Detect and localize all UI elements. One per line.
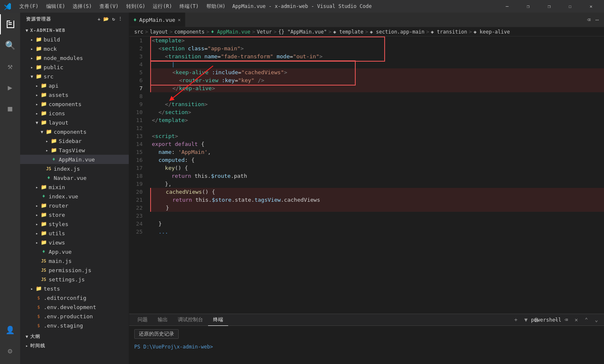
folder-sidebar[interactable]: ▸ 📁 Sidebar [20, 136, 129, 146]
folder-views[interactable]: ▸ 📁 views [20, 238, 129, 247]
panel-add-icon[interactable]: + [512, 316, 520, 324]
project-root[interactable]: ▼ X-ADMIN-WEB [20, 26, 129, 35]
maximize-button[interactable]: ❒ [539, 0, 559, 13]
folder-utils[interactable]: ▸ 📁 utils [20, 229, 129, 238]
extensions-icon[interactable]: ■ [0, 98, 20, 118]
file-indexjs-label: index.js [54, 166, 80, 172]
file-app-vue[interactable]: ▸ ♦ App.vue [20, 247, 129, 256]
menu-help[interactable]: 帮助(H) [203, 2, 229, 11]
panel-split-icon[interactable]: ⌫ [562, 316, 570, 324]
file-env-staging[interactable]: ▸ $ .env.staging [20, 321, 129, 330]
panel-tab-debug[interactable]: 调试控制台 [173, 314, 208, 326]
breadcrumb-keepalive[interactable]: ◈ keep-alive [474, 29, 510, 35]
breadcrumb-section[interactable]: ◈ section.app-main [370, 29, 424, 35]
new-folder-icon[interactable]: 📂 [103, 16, 109, 22]
breadcrumb-transition[interactable]: ◈ transition [431, 29, 467, 35]
tab-appmain[interactable]: ♦ AppMain.vue ✕ [129, 13, 185, 27]
menu-select[interactable]: 选择(S) [69, 2, 95, 11]
code-editor[interactable]: 1 2 3 4 5 6 7 8 9 10 11 12 13 14 15 16 1 [129, 36, 604, 314]
menu-terminal[interactable]: 终端(T) [176, 2, 202, 11]
collapse-icon[interactable]: ⋮ [118, 16, 123, 22]
search-icon[interactable]: 🔍 [0, 35, 20, 55]
folder-components[interactable]: ▸ 📁 components [20, 99, 129, 109]
breadcrumb-template[interactable]: ◈ template [333, 29, 363, 35]
file-editorconfig[interactable]: ▸ $ .editorconfig [20, 293, 129, 302]
breadcrumb-vetur[interactable]: Vetur [257, 29, 272, 35]
panel-tab-output[interactable]: 输出 [153, 314, 173, 326]
folder-layout-components[interactable]: ▼ 📁 components [20, 127, 129, 136]
breadcrumb-appmain[interactable]: ♦ AppMain.vue [211, 29, 250, 35]
panel-more-icon[interactable]: ⋯ [552, 316, 560, 324]
file-editorconfig-icon: $ [35, 294, 42, 301]
panel-tab-terminal[interactable]: 终端 [208, 314, 228, 326]
explorer-icon[interactable] [0, 14, 20, 34]
settings-icon[interactable]: ⚙ [0, 341, 20, 361]
restore-button[interactable]: ❐ [518, 0, 538, 13]
folder-build[interactable]: ▸ 📁 build [20, 35, 129, 44]
file-navbar-vue[interactable]: ▸ ♦ Navbar.vue [20, 173, 129, 182]
sidebar-header-icons[interactable]: + 📂 ↻ ⋮ [98, 16, 123, 22]
folder-icons[interactable]: ▸ 📁 icons [20, 109, 129, 118]
ln-11: 11 [129, 116, 146, 124]
file-env-prod[interactable]: ▸ $ .env.production [20, 312, 129, 321]
panel-restore-area: 还原的历史记录 [129, 326, 604, 342]
folder-styles-label: styles [49, 221, 68, 227]
breadcrumb-layout[interactable]: layout [150, 29, 168, 35]
code-content[interactable]: <template> <section class="app-main"> <t… [150, 36, 604, 314]
menu-edit[interactable]: 编辑(E) [43, 2, 69, 11]
ln-19: 19 [129, 180, 146, 188]
more-actions-icon[interactable]: ⋯ [594, 16, 601, 24]
folder-node-modules-icon: 📁 [35, 55, 42, 61]
file-mainjs-icon: JS [40, 257, 47, 264]
panel-dropdown-icon[interactable]: ▼ [522, 316, 530, 324]
folder-api[interactable]: ▸ 📁 api [20, 81, 129, 90]
folder-public[interactable]: ▸ 📁 public [20, 62, 129, 72]
folder-store[interactable]: ▸ 📁 store [20, 210, 129, 219]
file-mainjs[interactable]: ▸ JS main.js [20, 256, 129, 265]
close-button[interactable]: ✕ [581, 0, 601, 13]
panel-close-icon[interactable]: ✕ [572, 316, 581, 324]
breadcrumb-components[interactable]: components [174, 29, 205, 35]
outline-section[interactable]: ▼ 大纲 [20, 332, 129, 341]
breadcrumb-src[interactable]: src [134, 29, 143, 35]
split-button[interactable]: ☐ [560, 0, 580, 13]
restore-button[interactable]: 还原的历史记录 [134, 329, 179, 339]
folder-tests-icon: 📁 [35, 285, 42, 292]
file-indexjs[interactable]: ▸ JS index.js [20, 164, 129, 173]
file-indexvue[interactable]: ▸ ♦ index.vue [20, 192, 129, 201]
file-appmain-vue[interactable]: ▸ ♦ AppMain.vue [20, 155, 129, 164]
new-file-icon[interactable]: + [98, 16, 101, 22]
panel-tab-problems[interactable]: 问题 [133, 314, 153, 326]
file-env-dev[interactable]: ▸ $ .env.development [20, 302, 129, 312]
menu-view[interactable]: 查看(V) [96, 2, 122, 11]
minimize-button[interactable]: ─ [497, 0, 517, 13]
menu-goto[interactable]: 转到(G) [123, 2, 149, 11]
folder-styles[interactable]: ▸ 📁 styles [20, 219, 129, 229]
folder-mock[interactable]: ▸ 📁 mock [20, 44, 129, 53]
panel-minimize-icon[interactable]: ⌄ [592, 316, 601, 324]
folder-layout[interactable]: ▼ 📁 layout [20, 118, 129, 127]
menu-bar[interactable]: 文件(F) 编辑(E) 选择(S) 查看(V) 转到(G) 运行(R) 终端(T… [16, 2, 229, 11]
tab-appmain-close[interactable]: ✕ [178, 17, 181, 23]
file-permissionjs[interactable]: ▸ JS permission.js [20, 265, 129, 275]
timeline-section[interactable]: ▸ 时间线 [20, 341, 129, 350]
folder-assets[interactable]: ▸ 📁 assets [20, 90, 129, 99]
source-control-icon[interactable]: ⚒ [0, 56, 20, 76]
panel-maximize-icon[interactable]: ⌃ [582, 316, 591, 324]
folder-layout-arrow: ▼ [34, 119, 40, 126]
menu-file[interactable]: 文件(F) [16, 2, 42, 11]
breadcrumb-obj[interactable]: {} "AppMain.vue" [279, 29, 327, 35]
folder-tagsview[interactable]: ▸ 📁 TagsView [20, 146, 129, 155]
folder-router[interactable]: ▸ 📁 router [20, 201, 129, 210]
menu-run[interactable]: 运行(R) [149, 2, 175, 11]
folder-mixin[interactable]: ▸ 📁 mixin [20, 182, 129, 192]
file-settingsjs[interactable]: ▸ JS settings.js [20, 275, 129, 284]
split-editor-icon[interactable]: ⌫ [585, 16, 592, 24]
debug-icon[interactable]: ▶ [0, 77, 20, 97]
folder-src[interactable]: ▼ 📁 src [20, 72, 129, 81]
folder-tests[interactable]: ▸ 📁 tests [20, 284, 129, 293]
account-icon[interactable]: 👤 [0, 320, 20, 340]
refresh-icon[interactable]: ↻ [112, 16, 115, 22]
folder-node-modules[interactable]: ▸ 📁 node_modules [20, 53, 129, 62]
code-line-6: <router-view :key="key" /> [150, 76, 604, 84]
